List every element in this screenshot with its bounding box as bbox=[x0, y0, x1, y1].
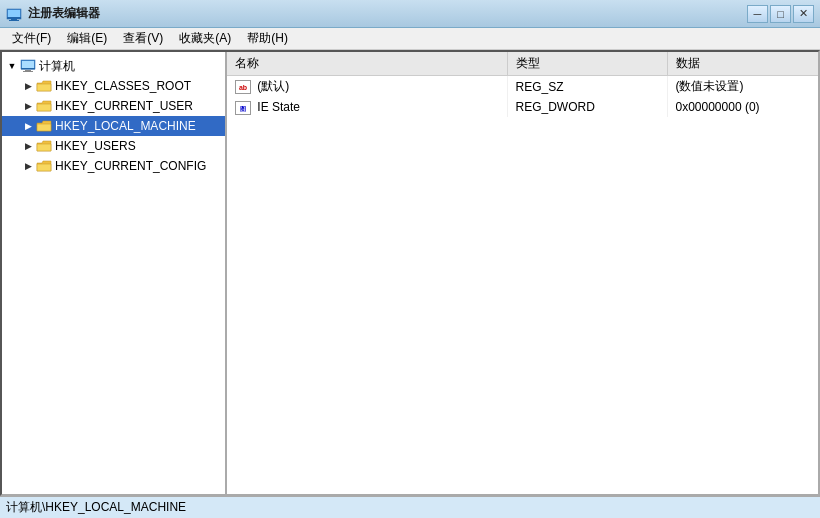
svg-rect-9 bbox=[23, 71, 33, 72]
tree-item-hku[interactable]: ▶ HKEY_USERS bbox=[2, 136, 225, 156]
tree-item-computer[interactable]: ▼ 计算机 bbox=[2, 56, 225, 76]
tree-arrow-hklm: ▶ bbox=[20, 118, 36, 134]
cell-data-iestate: 0x00000000 (0) bbox=[667, 97, 818, 117]
svg-rect-7 bbox=[21, 68, 35, 70]
col-header-data[interactable]: 数据 bbox=[667, 52, 818, 76]
title-bar: 注册表编辑器 ─ □ ✕ bbox=[0, 0, 820, 28]
tree-item-hkcc[interactable]: ▶ HKEY_CURRENT_CONFIG bbox=[2, 156, 225, 176]
col-header-name[interactable]: 名称 bbox=[227, 52, 507, 76]
close-button[interactable]: ✕ bbox=[793, 5, 814, 23]
tree-arrow-hku: ▶ bbox=[20, 138, 36, 154]
status-bar: 计算机\HKEY_LOCAL_MACHINE bbox=[0, 496, 820, 518]
tree-arrow-computer: ▼ bbox=[4, 58, 20, 74]
window-controls: ─ □ ✕ bbox=[747, 5, 814, 23]
tree-item-hkcr[interactable]: ▶ HKEY_CLASSES_ROOT bbox=[2, 76, 225, 96]
tree-item-hklm[interactable]: ▶ HKEY_LOCAL_MACHINE bbox=[2, 116, 225, 136]
menu-file[interactable]: 文件(F) bbox=[4, 28, 59, 49]
svg-rect-1 bbox=[8, 10, 20, 17]
menu-view[interactable]: 查看(V) bbox=[115, 28, 171, 49]
cell-name-iestate: 图 IE State bbox=[227, 97, 507, 117]
main-area: ▼ 计算机 ▶ HKEY_CLASSES_ROOT bbox=[0, 50, 820, 496]
registry-values-table: 名称 类型 数据 ab (默认) REG_SZ (数值未设置) bbox=[227, 52, 818, 117]
cell-type-iestate: REG_DWORD bbox=[507, 97, 667, 117]
status-text: 计算机\HKEY_LOCAL_MACHINE bbox=[6, 499, 186, 516]
menu-edit[interactable]: 编辑(E) bbox=[59, 28, 115, 49]
tree-label-hklm: HKEY_LOCAL_MACHINE bbox=[55, 119, 196, 133]
folder-icon-hku bbox=[36, 139, 52, 153]
cell-data-default: (数值未设置) bbox=[667, 76, 818, 98]
table-row[interactable]: 图 IE State REG_DWORD 0x00000000 (0) bbox=[227, 97, 818, 117]
app-title: 注册表编辑器 bbox=[28, 5, 100, 22]
registry-tree: ▼ 计算机 ▶ HKEY_CLASSES_ROOT bbox=[2, 52, 227, 494]
regsz-icon: ab bbox=[235, 80, 251, 94]
cell-name-default: ab (默认) bbox=[227, 76, 507, 98]
tree-label-computer: 计算机 bbox=[39, 58, 75, 75]
menu-help[interactable]: 帮助(H) bbox=[239, 28, 296, 49]
folder-icon-hkcu bbox=[36, 99, 52, 113]
tree-label-hkcu: HKEY_CURRENT_USER bbox=[55, 99, 193, 113]
tree-arrow-hkcc: ▶ bbox=[20, 158, 36, 174]
folder-icon-hkcc bbox=[36, 159, 52, 173]
maximize-button[interactable]: □ bbox=[770, 5, 791, 23]
folder-icon-hklm bbox=[36, 119, 52, 133]
minimize-button[interactable]: ─ bbox=[747, 5, 768, 23]
tree-label-hkcc: HKEY_CURRENT_CONFIG bbox=[55, 159, 206, 173]
svg-rect-6 bbox=[22, 61, 34, 68]
computer-icon bbox=[20, 58, 36, 74]
cell-type-default: REG_SZ bbox=[507, 76, 667, 98]
col-header-type[interactable]: 类型 bbox=[507, 52, 667, 76]
regdword-icon: 图 bbox=[235, 101, 251, 115]
tree-arrow-hkcu: ▶ bbox=[20, 98, 36, 114]
tree-item-hkcu[interactable]: ▶ HKEY_CURRENT_USER bbox=[2, 96, 225, 116]
folder-icon-hkcr bbox=[36, 79, 52, 93]
tree-arrow-hkcr: ▶ bbox=[20, 78, 36, 94]
content-pane: 名称 类型 数据 ab (默认) REG_SZ (数值未设置) bbox=[227, 52, 818, 494]
menu-favorites[interactable]: 收藏夹(A) bbox=[171, 28, 239, 49]
menu-bar: 文件(F) 编辑(E) 查看(V) 收藏夹(A) 帮助(H) bbox=[0, 28, 820, 50]
svg-rect-2 bbox=[7, 17, 21, 19]
app-icon bbox=[6, 6, 22, 22]
svg-rect-4 bbox=[9, 20, 19, 21]
table-header-row: 名称 类型 数据 bbox=[227, 52, 818, 76]
table-row[interactable]: ab (默认) REG_SZ (数值未设置) bbox=[227, 76, 818, 98]
tree-label-hkcr: HKEY_CLASSES_ROOT bbox=[55, 79, 191, 93]
tree-label-hku: HKEY_USERS bbox=[55, 139, 136, 153]
